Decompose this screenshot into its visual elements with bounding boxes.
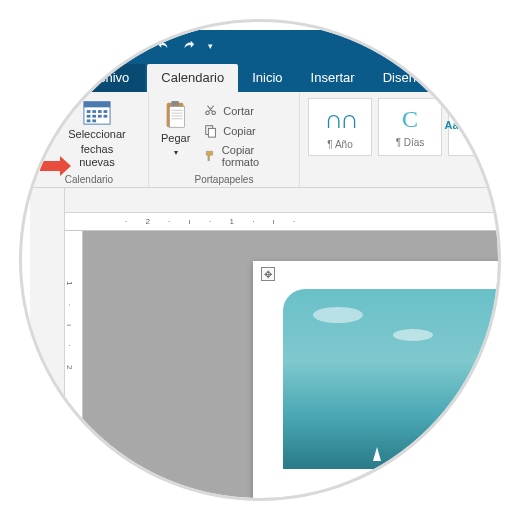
gutter-left	[30, 188, 65, 520]
svg-rect-20	[209, 128, 216, 137]
tab-home[interactable]: Inicio	[238, 64, 296, 92]
tab-calendar[interactable]: Calendario	[147, 64, 238, 92]
move-handle-icon[interactable]: ✥	[261, 267, 275, 281]
vertical-ruler[interactable]: 1 · ı · 2	[65, 231, 83, 520]
svg-rect-8	[98, 115, 102, 118]
svg-rect-3	[92, 110, 96, 113]
tab-design[interactable]: Diseño	[369, 64, 437, 92]
group-label-clipboard: Portapapeles	[149, 174, 299, 185]
scissors-icon	[204, 104, 218, 118]
svg-rect-13	[169, 107, 184, 128]
style-year-preview: ∩∩	[324, 105, 356, 135]
ribbon-group-styles: ∩∩ ¶ Año C ¶ Días AaBbCcDdEe	[300, 92, 520, 187]
svg-rect-1	[84, 102, 110, 108]
svg-rect-7	[92, 115, 96, 118]
tab-format[interactable]: Forma	[437, 64, 503, 92]
svg-rect-14	[171, 101, 179, 106]
gutter-top	[30, 188, 520, 213]
svg-rect-4	[98, 110, 102, 113]
qat-dropdown-icon[interactable]: ▾	[208, 41, 213, 51]
red-arrow-annotation	[38, 155, 72, 181]
style-normal[interactable]: AaBbCcDdEe	[448, 98, 512, 156]
ribbon: Seleccionar fechas nuevas Calendario Peg…	[30, 92, 520, 188]
copy-button[interactable]: Copiar	[200, 122, 291, 140]
ribbon-group-clipboard: Pegar▾ Cortar Copiar Copiar formato Port…	[149, 92, 300, 187]
select-dates-label-1: Seleccionar	[68, 128, 125, 141]
style-days-label: ¶ Días	[396, 137, 425, 148]
redo-icon[interactable]	[182, 38, 196, 55]
style-days-preview: C	[402, 106, 418, 133]
tab-file[interactable]: Archivo	[70, 64, 145, 92]
save-icon[interactable]	[130, 38, 144, 55]
boat-decoration	[373, 447, 381, 461]
brush-icon	[204, 149, 217, 163]
calendar-image[interactable]	[283, 289, 513, 469]
svg-rect-10	[87, 119, 91, 122]
horizontal-ruler[interactable]: · 2 · ı · 1 · ı ·	[65, 213, 520, 231]
style-days[interactable]: C ¶ Días	[378, 98, 442, 156]
svg-rect-5	[104, 110, 108, 113]
ribbon-tabs: Archivo Calendario Inicio Insertar Diseñ…	[30, 62, 520, 92]
svg-rect-6	[87, 115, 91, 118]
cut-button[interactable]: Cortar	[200, 102, 291, 120]
copy-icon	[204, 124, 218, 138]
svg-rect-2	[87, 110, 91, 113]
style-year[interactable]: ∩∩ ¶ Año	[308, 98, 372, 156]
cloud-decoration	[393, 329, 433, 341]
svg-rect-11	[92, 119, 96, 122]
tab-insert[interactable]: Insertar	[297, 64, 369, 92]
calendar-icon	[82, 98, 112, 126]
style-normal-preview: AaBbCcDdEe	[445, 119, 516, 131]
cloud-decoration	[313, 307, 363, 323]
quick-access-toolbar: ▾	[30, 30, 520, 62]
clipboard-icon	[163, 100, 189, 130]
paste-label: Pegar▾	[161, 132, 190, 159]
paste-button[interactable]: Pegar▾	[157, 98, 194, 161]
format-painter-button[interactable]: Copiar formato	[200, 142, 291, 170]
svg-rect-9	[104, 115, 108, 118]
undo-icon[interactable]	[156, 38, 170, 55]
document-canvas[interactable]: ✥	[83, 231, 520, 520]
style-year-label: ¶ Año	[327, 139, 352, 150]
select-dates-label-2: fechas nuevas	[64, 143, 130, 169]
